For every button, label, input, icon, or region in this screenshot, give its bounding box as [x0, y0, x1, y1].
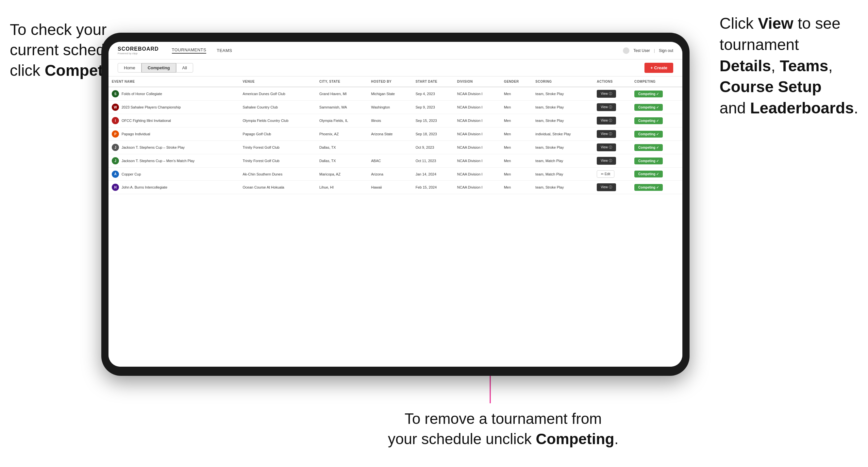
filter-tab-home[interactable]: Home — [118, 63, 142, 72]
cell-venue: American Dunes Golf Club — [240, 87, 316, 101]
competing-button[interactable]: Competing ✓ — [634, 104, 663, 111]
cell-scoring: team, Stroke Play — [532, 141, 593, 154]
competing-button[interactable]: Competing ✓ — [634, 117, 663, 124]
cell-event: W 2023 Sahalee Players Championship — [108, 101, 240, 114]
table-row: W 2023 Sahalee Players Championship Saha… — [108, 101, 682, 114]
cell-division: NCAA Division I — [454, 181, 501, 194]
table-row: J Jackson T. Stephens Cup – Men's Match … — [108, 154, 682, 168]
col-header-actions: ACTIONS — [593, 76, 631, 87]
cell-city: Maricopa, AZ — [316, 168, 368, 181]
cell-gender: Men — [501, 127, 532, 141]
tablet-screen: SCOREBOARD Powered by clipp TOURNAMENTS … — [108, 42, 682, 367]
cell-date: Sep 15, 2023 — [412, 114, 454, 127]
cell-hosted: Hawaii — [368, 181, 412, 194]
cell-city: Phoenix, AZ — [316, 127, 368, 141]
cell-hosted: Michigan State — [368, 87, 412, 101]
filter-tabs: Home Competing All — [118, 63, 193, 72]
view-button[interactable]: View ⓘ — [597, 130, 616, 138]
competing-button[interactable]: Competing ✓ — [634, 91, 663, 97]
cell-venue: Trinity Forest Golf Club — [240, 154, 316, 168]
cell-competing: Competing ✓ — [631, 127, 682, 141]
cell-city: Olympia Fields, IL — [316, 114, 368, 127]
cell-venue: Ak-Chin Southern Dunes — [240, 168, 316, 181]
competing-button[interactable]: Competing ✓ — [634, 131, 663, 137]
cell-gender: Men — [501, 141, 532, 154]
cell-scoring: team, Match Play — [532, 154, 593, 168]
cell-event: J Jackson T. Stephens Cup – Stroke Play — [108, 141, 240, 154]
competing-button[interactable]: Competing ✓ — [634, 144, 663, 151]
cell-city: Lihue, HI — [316, 181, 368, 194]
cell-competing: Competing ✓ — [631, 168, 682, 181]
table-row: I OFCC Fighting Illini Invitational Olym… — [108, 114, 682, 127]
cell-hosted: Illinois — [368, 114, 412, 127]
cell-actions: View ⓘ — [593, 101, 631, 114]
filter-bar: Home Competing All + Create — [108, 60, 682, 76]
competing-button[interactable]: Competing ✓ — [634, 184, 663, 191]
cell-date: Sep 9, 2023 — [412, 101, 454, 114]
cell-date: Oct 11, 2023 — [412, 154, 454, 168]
cell-event: I OFCC Fighting Illini Invitational — [108, 114, 240, 127]
view-button[interactable]: View ⓘ — [597, 183, 616, 191]
tournaments-table: EVENT NAME VENUE CITY, STATE HOSTED BY S… — [108, 76, 682, 194]
col-header-division: DIVISION — [454, 76, 501, 87]
col-header-hosted: HOSTED BY — [368, 76, 412, 87]
cell-actions: ✏ Edit — [593, 168, 631, 181]
filter-tab-competing[interactable]: Competing — [142, 63, 176, 72]
table-row: H John A. Burns Intercollegiate Ocean Co… — [108, 181, 682, 194]
cell-hosted: Arizona — [368, 168, 412, 181]
cell-competing: Competing ✓ — [631, 141, 682, 154]
view-button[interactable]: View ⓘ — [597, 157, 616, 165]
col-header-scoring: SCORING — [532, 76, 593, 87]
annotation-topright: Click View to see tournament Details, Te… — [720, 13, 858, 119]
cell-actions: View ⓘ — [593, 154, 631, 168]
cell-competing: Competing ✓ — [631, 181, 682, 194]
cell-actions: View ⓘ — [593, 87, 631, 101]
cell-event: P Papago Individual — [108, 127, 240, 141]
nav-tournaments[interactable]: TOURNAMENTS — [172, 48, 207, 54]
view-button[interactable]: View ⓘ — [597, 90, 616, 98]
cell-venue: Papago Golf Club — [240, 127, 316, 141]
view-button[interactable]: View ⓘ — [597, 144, 616, 151]
tablet-shell: SCOREBOARD Powered by clipp TOURNAMENTS … — [101, 33, 689, 376]
cell-scoring: individual, Stroke Play — [532, 127, 593, 141]
table-row: J Jackson T. Stephens Cup – Stroke Play … — [108, 141, 682, 154]
cell-actions: View ⓘ — [593, 141, 631, 154]
competing-button[interactable]: Competing ✓ — [634, 157, 663, 164]
edit-button[interactable]: ✏ Edit — [597, 170, 614, 178]
cell-event: S Folds of Honor Collegiate — [108, 87, 240, 101]
cell-hosted: Washington — [368, 101, 412, 114]
cell-event: A Copper Cup — [108, 168, 240, 181]
cell-hosted — [368, 141, 412, 154]
cell-scoring: team, Match Play — [532, 168, 593, 181]
cell-gender: Men — [501, 154, 532, 168]
cell-division: NCAA Division I — [454, 114, 501, 127]
cell-city: Grand Haven, MI — [316, 87, 368, 101]
cell-date: Sep 4, 2023 — [412, 87, 454, 101]
cell-venue: Sahalee Country Club — [240, 101, 316, 114]
create-button[interactable]: + Create — [645, 63, 673, 73]
col-header-gender: GENDER — [501, 76, 532, 87]
cell-scoring: team, Stroke Play — [532, 101, 593, 114]
cell-actions: View ⓘ — [593, 127, 631, 141]
competing-button[interactable]: Competing ✓ — [634, 170, 663, 178]
cell-date: Oct 9, 2023 — [412, 141, 454, 154]
cell-scoring: team, Stroke Play — [532, 114, 593, 127]
col-header-venue: VENUE — [240, 76, 316, 87]
col-header-city: CITY, STATE — [316, 76, 368, 87]
cell-gender: Men — [501, 101, 532, 114]
cell-date: Feb 15, 2024 — [412, 181, 454, 194]
cell-event: J Jackson T. Stephens Cup – Men's Match … — [108, 154, 240, 168]
cell-division: NCAA Division I — [454, 154, 501, 168]
annotation-bottom: To remove a tournament from your schedul… — [388, 408, 619, 449]
nav-user: Test User | Sign out — [623, 48, 673, 54]
cell-gender: Men — [501, 114, 532, 127]
view-button[interactable]: View ⓘ — [597, 117, 616, 125]
nav-teams[interactable]: TEAMS — [217, 48, 232, 53]
cell-date: Sep 18, 2023 — [412, 127, 454, 141]
user-icon — [623, 48, 629, 54]
filter-tab-all[interactable]: All — [176, 63, 193, 72]
signout-link[interactable]: Sign out — [659, 49, 673, 53]
cell-venue: Olympia Fields Country Club — [240, 114, 316, 127]
view-button[interactable]: View ⓘ — [597, 103, 616, 111]
cell-scoring: team, Stroke Play — [532, 87, 593, 101]
